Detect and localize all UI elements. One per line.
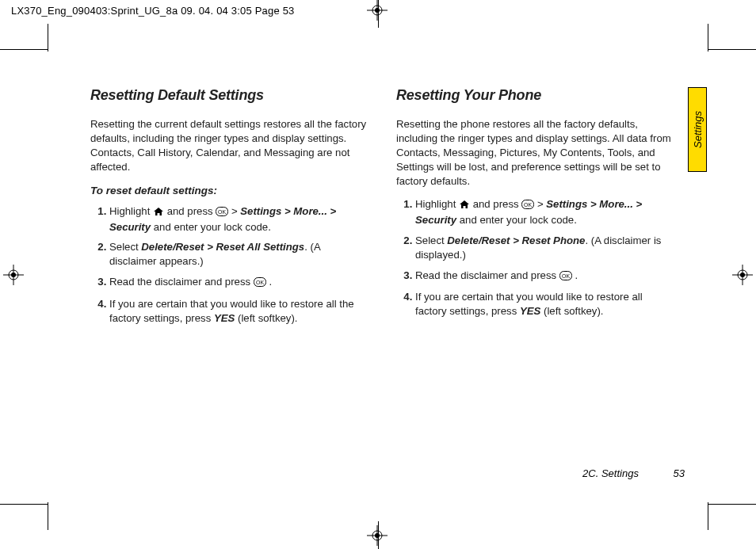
crop-mark-icon bbox=[708, 49, 756, 50]
crop-mark-icon bbox=[48, 24, 48, 51]
text: Read the disclaimer and press bbox=[109, 276, 254, 288]
svg-text:OK: OK bbox=[562, 273, 570, 279]
step-item: Read the disclaimer and press OK . bbox=[415, 269, 674, 284]
step-item: Select Delete/Reset > Reset All Settings… bbox=[109, 240, 368, 269]
crop-mark-icon bbox=[378, 0, 379, 28]
text: and enter your lock code. bbox=[456, 214, 577, 226]
column-right: Resetting Your Phone Resetting the phone… bbox=[396, 86, 674, 331]
page-content: Resetting Default Settings Resetting the… bbox=[90, 86, 701, 331]
ok-key-icon: OK bbox=[254, 276, 266, 291]
svg-text:OK: OK bbox=[524, 202, 532, 208]
text: (left softkey). bbox=[235, 312, 297, 324]
subhead: To reset default settings: bbox=[90, 184, 368, 198]
steps-list: Highlight and press OK > Settings > More… bbox=[396, 197, 674, 318]
crop-mark-icon bbox=[48, 502, 48, 530]
step-item: Select Delete/Reset > Reset Phone. (A di… bbox=[415, 234, 674, 262]
crop-mark-icon bbox=[0, 504, 48, 505]
heading-reset-phone: Resetting Your Phone bbox=[396, 86, 674, 105]
registration-mark-icon bbox=[732, 265, 753, 285]
crop-mark-icon bbox=[378, 521, 379, 549]
crop-mark-icon bbox=[708, 502, 708, 530]
ok-key-icon: OK bbox=[521, 199, 534, 213]
text: Highlight bbox=[109, 205, 153, 217]
step-item: Highlight and press OK > Settings > More… bbox=[109, 204, 368, 234]
text: > bbox=[537, 198, 546, 210]
text: Highlight bbox=[415, 198, 459, 210]
heading-reset-defaults: Resetting Default Settings bbox=[90, 86, 368, 105]
svg-text:OK: OK bbox=[256, 280, 264, 285]
crop-mark-icon bbox=[708, 504, 756, 505]
print-header: LX370_Eng_090403:Sprint_UG_8a 09. 04. 04… bbox=[11, 5, 295, 17]
text: and press bbox=[473, 198, 522, 210]
text: . bbox=[572, 269, 578, 281]
ok-key-icon: OK bbox=[559, 270, 572, 284]
home-icon bbox=[459, 199, 470, 213]
chapter-label: 2C. Settings bbox=[582, 467, 639, 479]
text: > bbox=[231, 205, 240, 217]
step-item: Highlight and press OK > Settings > More… bbox=[415, 197, 674, 227]
menu-path: Delete/Reset > Reset All Settings bbox=[141, 241, 304, 253]
text: . bbox=[266, 276, 272, 288]
crop-mark-icon bbox=[0, 49, 48, 50]
step-item: Read the disclaimer and press OK . bbox=[109, 275, 368, 291]
text: Read the disclaimer and press bbox=[415, 269, 559, 281]
text: Select bbox=[415, 234, 447, 246]
softkey-label: YES bbox=[520, 305, 540, 317]
text: and press bbox=[167, 205, 216, 217]
column-left: Resetting Default Settings Resetting the… bbox=[90, 86, 368, 331]
step-item: If you are certain that you would like t… bbox=[109, 297, 368, 326]
step-item: If you are certain that you would like t… bbox=[415, 290, 674, 318]
registration-mark-icon bbox=[3, 265, 24, 285]
text: and enter your lock code. bbox=[151, 221, 271, 233]
svg-text:OK: OK bbox=[218, 209, 226, 215]
text: (left softkey). bbox=[540, 305, 603, 317]
steps-list: Highlight and press OK > Settings > More… bbox=[90, 204, 368, 326]
ok-key-icon: OK bbox=[216, 206, 228, 220]
intro-text: Resetting the current default settings r… bbox=[90, 117, 368, 173]
page-number: 53 bbox=[674, 467, 685, 479]
intro-text: Resetting the phone restores all the fac… bbox=[396, 117, 674, 188]
softkey-label: YES bbox=[214, 312, 235, 324]
crop-mark-icon bbox=[708, 24, 708, 51]
menu-path: Delete/Reset > Reset Phone bbox=[447, 234, 585, 246]
page-footer: 2C. Settings 53 bbox=[582, 467, 685, 479]
text: Select bbox=[109, 241, 141, 253]
home-icon bbox=[153, 206, 164, 220]
